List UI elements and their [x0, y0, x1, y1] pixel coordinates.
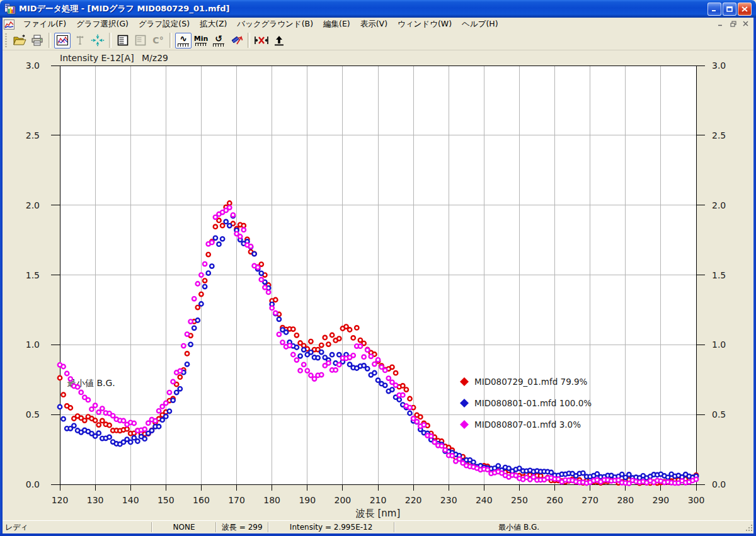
data-point — [440, 444, 444, 448]
menubar-item-graph-settings[interactable]: グラフ設定(S) — [134, 18, 195, 31]
data-point — [227, 201, 231, 205]
menubar-item-zoom[interactable]: 拡大(Z) — [195, 18, 232, 31]
menubar-item-help[interactable]: ヘルプ(H) — [457, 18, 503, 31]
data-point — [298, 354, 302, 358]
data-point — [79, 391, 83, 394]
y-tick-label-right: 0.0 — [712, 479, 726, 489]
graph-display-button[interactable] — [54, 33, 71, 48]
close-button[interactable] — [738, 3, 752, 16]
fit-view-button[interactable] — [89, 33, 106, 48]
maximize-button[interactable] — [723, 3, 736, 16]
data-point — [291, 353, 295, 356]
data-point — [457, 457, 461, 461]
data-point — [319, 373, 323, 377]
background-subtract-button[interactable] — [228, 33, 244, 48]
data-point — [291, 327, 295, 331]
data-point — [175, 391, 178, 394]
print-button[interactable] — [29, 33, 45, 48]
list-disabled-icon — [134, 34, 147, 47]
data-point — [273, 298, 277, 302]
data-point — [61, 365, 65, 368]
data-point — [387, 376, 391, 380]
toolbar: C° ∿ Min ↺ — [0, 31, 756, 50]
x-tick-label: 290 — [653, 495, 670, 505]
data-point — [199, 273, 203, 277]
menubar-item-window[interactable]: ウィンドウ(W) — [392, 18, 457, 31]
data-point — [61, 417, 65, 421]
data-point — [408, 406, 411, 409]
mdi-close-button[interactable] — [740, 19, 751, 28]
data-point — [319, 350, 323, 354]
data-point — [214, 236, 217, 240]
data-point — [93, 418, 97, 422]
mdi-minimize-button[interactable] — [715, 19, 726, 28]
menubar-item-graph-select[interactable]: グラフ選択(G) — [71, 18, 134, 31]
list-icon — [116, 34, 130, 47]
menubar-item-file[interactable]: ファイル(F) — [18, 18, 71, 31]
data-point — [309, 373, 312, 377]
data-point — [111, 414, 115, 418]
sine-wave-icon: ∿ — [180, 34, 187, 43]
data-point — [171, 380, 175, 384]
minimum-button[interactable]: Min — [193, 33, 209, 48]
x-tick-label: 160 — [193, 495, 210, 505]
data-point — [58, 405, 62, 409]
data-point — [157, 409, 161, 413]
data-point — [355, 326, 358, 329]
data-point — [143, 427, 147, 431]
temperature-button[interactable]: C° — [150, 33, 166, 48]
rotate-arrow-icon: ↺ — [215, 34, 222, 43]
y-tick-label-left: 2.0 — [26, 200, 40, 210]
data-point — [369, 355, 373, 358]
mdi-restore-button[interactable] — [728, 19, 738, 28]
data-point — [178, 375, 182, 379]
data-point — [61, 393, 65, 397]
data-point — [203, 278, 207, 282]
smoothing-button[interactable]: ∿ — [175, 33, 192, 48]
resize-grip-icon[interactable] — [745, 524, 753, 532]
data-point — [168, 409, 171, 413]
document-graph-icon — [4, 20, 14, 30]
export-up-button[interactable] — [271, 33, 287, 48]
marker-button[interactable] — [72, 33, 88, 48]
data-point — [143, 437, 147, 441]
data-list-2-button[interactable] — [132, 33, 149, 48]
open-file-button[interactable] — [11, 33, 28, 48]
menubar-item-edit[interactable]: 編集(E) — [318, 18, 355, 31]
data-point — [429, 434, 433, 438]
x-range-cancel-icon — [254, 34, 269, 47]
data-point — [242, 224, 246, 227]
clear-x-button[interactable] — [253, 33, 270, 48]
x-tick-label: 230 — [440, 495, 457, 505]
toolbar-separator — [169, 33, 172, 48]
data-point — [433, 440, 437, 444]
minimize-button[interactable] — [707, 3, 721, 16]
y-tick-label-right: 2.5 — [712, 130, 726, 140]
data-point — [83, 418, 86, 422]
data-point — [401, 393, 404, 397]
data-point — [319, 343, 323, 347]
data-point — [207, 271, 210, 275]
menubar-item-view[interactable]: 表示(V) — [355, 18, 392, 31]
data-point — [227, 224, 231, 227]
x-tick-label: 300 — [688, 495, 705, 505]
data-point — [97, 423, 101, 426]
x-tick-label: 210 — [370, 495, 387, 505]
y-tick-label-right: 3.0 — [712, 60, 726, 71]
menubar-item-background[interactable]: バックグラウンド(B) — [232, 18, 318, 31]
data-point — [93, 404, 97, 408]
data-point — [263, 285, 266, 289]
x-tick-label: 180 — [263, 495, 280, 505]
data-list-button[interactable] — [115, 33, 131, 48]
data-point — [298, 368, 302, 372]
legend-label-1: MID080729_01.mfd 79.9% — [474, 377, 588, 387]
data-point — [153, 419, 157, 423]
data-point — [122, 419, 125, 423]
chart-canvas[interactable]: 1201301401501601701801902002102202302402… — [0, 50, 756, 520]
data-point — [178, 387, 182, 391]
data-point — [196, 318, 200, 322]
y-axis-title: Intensity E-12[A] — [60, 53, 134, 63]
recalc-button[interactable]: ↺ — [210, 33, 227, 48]
toolbar-grip[interactable] — [5, 33, 7, 47]
brush-arrow-icon — [229, 34, 243, 47]
